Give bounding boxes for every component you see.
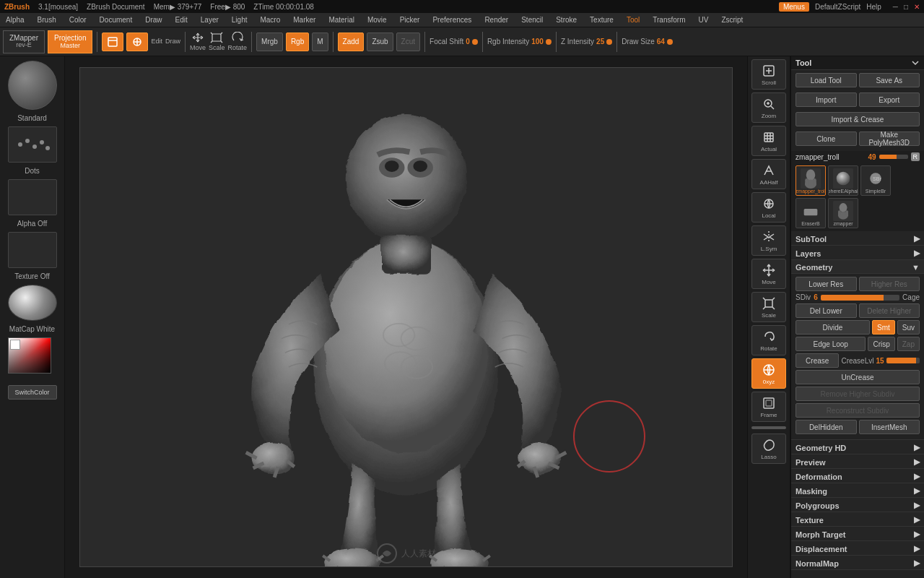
menu-render[interactable]: Render — [481, 14, 511, 25]
menu-brush[interactable]: Brush — [35, 14, 59, 25]
lower-res-button[interactable]: Lower Res — [796, 277, 857, 291]
brush-preview[interactable] — [8, 61, 57, 110]
matcap-preview[interactable] — [8, 285, 57, 321]
zap-button[interactable]: Zap — [897, 337, 920, 351]
minimize-icon[interactable]: ─ — [893, 3, 898, 11]
tool-thumb-3[interactable]: SBr SimpleBr — [860, 165, 891, 196]
menu-light[interactable]: Light — [229, 14, 250, 25]
smt-button[interactable]: Smt — [872, 320, 895, 335]
menu-document[interactable]: Document — [97, 14, 136, 25]
menu-movie[interactable]: Movie — [365, 14, 390, 25]
zoom-tool[interactable]: Zoom — [751, 92, 786, 123]
morph-target-section[interactable]: Morph Target ▶ — [791, 527, 924, 541]
preview-section[interactable]: Preview ▶ — [791, 454, 924, 469]
uncrease-button[interactable]: UnCrease — [796, 370, 920, 384]
menu-picker[interactable]: Picker — [397, 14, 423, 25]
switch-color-button[interactable]: SwitchColor — [8, 385, 57, 400]
oxyz-tool[interactable]: 0xyz — [751, 358, 786, 389]
menu-transform[interactable]: Transform — [650, 14, 688, 25]
remove-higher-subdiv-button[interactable]: Remove Higher Subdiv — [796, 387, 920, 401]
menu-stencil[interactable]: Stencil — [518, 14, 546, 25]
stroke-preview[interactable] — [8, 126, 57, 163]
default-script[interactable]: DefaultZScript — [815, 3, 860, 11]
del-lower-button[interactable]: Del Lower — [796, 303, 857, 318]
close-icon[interactable]: ✕ — [914, 3, 920, 11]
normalmap-section[interactable]: NormalMap ▶ — [791, 556, 924, 570]
polygroups-section[interactable]: Polygroups ▶ — [791, 498, 924, 512]
edge-loop-button[interactable]: Edge Loop — [796, 337, 866, 351]
zsub-button[interactable]: Zsub — [367, 33, 393, 51]
tool-thumb-5[interactable]: zmapper — [828, 198, 858, 228]
maximize-icon[interactable]: □ — [904, 3, 908, 11]
deformation-section[interactable]: Deformation ▶ — [791, 469, 924, 483]
geometry-hd-section[interactable]: Geometry HD ▶ — [791, 440, 924, 454]
help-btn[interactable]: Help — [866, 3, 881, 11]
mrgb-button[interactable]: Mrgb — [256, 33, 283, 51]
save-as-button[interactable]: Save As — [859, 73, 920, 87]
scroll-tool[interactable]: Scroll — [751, 59, 786, 90]
menu-marker[interactable]: Marker — [290, 14, 318, 25]
geometry-section[interactable]: Geometry ▼ — [791, 260, 924, 274]
subtool-section[interactable]: SubTool ▶ — [791, 231, 924, 246]
menu-stroke[interactable]: Stroke — [553, 14, 580, 25]
higher-res-button[interactable]: Higher Res — [859, 277, 920, 291]
menu-edit[interactable]: Edit — [173, 14, 191, 25]
menu-uv[interactable]: UV — [695, 14, 711, 25]
texture-section[interactable]: Texture ▶ — [791, 512, 924, 527]
aahalf-tool[interactable]: AAHalf — [751, 159, 786, 189]
menu-macro[interactable]: Macro — [257, 14, 283, 25]
clone-button[interactable]: Clone — [796, 131, 857, 146]
lasso-tool[interactable]: Lasso — [751, 434, 786, 464]
tool-thumb-4[interactable]: EraserB — [796, 198, 826, 228]
crease-slider[interactable] — [886, 358, 920, 363]
del-hidden-button[interactable]: DelHidden — [796, 420, 857, 434]
rotate-view-tool[interactable]: Rotate — [751, 325, 786, 355]
layers-section[interactable]: Layers ▶ — [791, 246, 924, 260]
frame-tool[interactable]: Frame — [751, 392, 786, 422]
crease-button[interactable]: Crease — [796, 353, 839, 368]
actual-tool[interactable]: Actual — [751, 126, 786, 156]
load-tool-button[interactable]: Load Tool — [796, 73, 857, 87]
edit-button[interactable] — [102, 33, 123, 51]
menu-preferences[interactable]: Preferences — [430, 14, 474, 25]
displacement-section[interactable]: Displacement ▶ — [791, 541, 924, 556]
make-polymesh3d-button[interactable]: Make PolyMesh3D — [859, 131, 920, 146]
move-view-tool[interactable]: Move — [751, 259, 786, 289]
local-tool[interactable]: Local — [751, 192, 786, 223]
lsym-tool[interactable]: L.Sym — [751, 225, 786, 256]
menu-color[interactable]: Color — [66, 14, 90, 25]
zmapper-button[interactable]: ZMapper rev-E — [3, 30, 45, 53]
menu-tool[interactable]: Tool — [624, 14, 642, 25]
crisp-button[interactable]: Crisp — [868, 337, 894, 351]
export-button[interactable]: Export — [859, 92, 920, 107]
zcut-button[interactable]: Zcut — [396, 33, 420, 51]
menus-btn[interactable]: Menus — [779, 2, 809, 12]
suv-button[interactable]: Suv — [897, 320, 920, 335]
menu-material[interactable]: Material — [326, 14, 357, 25]
canvas-area[interactable]: 人人素材 — [65, 56, 747, 578]
masking-section[interactable]: Masking ▶ — [791, 483, 924, 498]
import-crease-button[interactable]: Import & Crease — [796, 112, 920, 126]
menu-texture[interactable]: Texture — [587, 14, 616, 25]
sdiv-slider[interactable] — [821, 295, 899, 301]
delete-higher-button[interactable]: Delete Higher — [859, 303, 920, 318]
m-button[interactable]: M — [312, 33, 328, 51]
reconstruct-subdiv-button[interactable]: Reconstruct Subdiv — [796, 403, 920, 418]
draw-button[interactable] — [126, 33, 148, 51]
alpha-preview[interactable] — [8, 179, 57, 215]
tool-thumb-1[interactable]: zmapper_troll — [796, 165, 826, 196]
insert-mesh-button[interactable]: InsertMesh — [859, 420, 920, 434]
scale-view-tool[interactable]: Scale — [751, 292, 786, 322]
menu-zscript[interactable]: Zscript — [718, 14, 746, 25]
color-swatch[interactable] — [8, 337, 57, 381]
tool-thumb-2[interactable]: SphereEAlphaBr — [828, 165, 858, 196]
rgb-button[interactable]: Rgb — [286, 33, 309, 51]
divide-button[interactable]: Divide — [796, 320, 870, 335]
menu-layer[interactable]: Layer — [198, 14, 222, 25]
menu-draw[interactable]: Draw — [142, 14, 165, 25]
viewport[interactable] — [79, 67, 733, 567]
zadd-button[interactable]: Zadd — [338, 33, 365, 51]
import-button[interactable]: Import — [796, 92, 857, 107]
texture-preview[interactable] — [8, 232, 57, 268]
projection-master-button[interactable]: Projection Master — [48, 30, 92, 53]
